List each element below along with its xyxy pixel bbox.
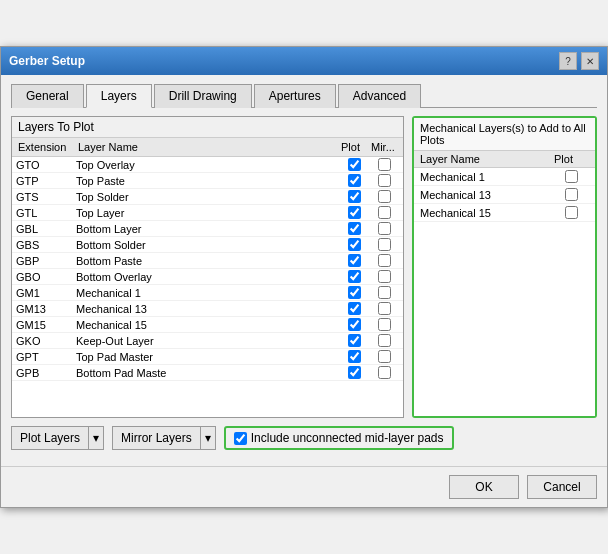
row-mirror-checkbox[interactable] xyxy=(378,286,391,299)
row-plot-checkbox[interactable] xyxy=(348,190,361,203)
row-mirror-checkbox[interactable] xyxy=(378,190,391,203)
plot-layers-button[interactable]: Plot Layers ▾ xyxy=(11,426,104,450)
row-layer-name: Top Overlay xyxy=(76,159,339,171)
left-panel-title: Layers To Plot xyxy=(12,117,403,138)
row-mirror-cell xyxy=(369,158,399,171)
left-table-body: GTO Top Overlay GTP Top Paste GTS Top So… xyxy=(12,157,403,417)
row-plot-cell xyxy=(339,206,369,219)
row-ext: GTP xyxy=(16,175,76,187)
right-row-plot-checkbox[interactable] xyxy=(565,170,578,183)
tab-apertures[interactable]: Apertures xyxy=(254,84,336,108)
right-row-plot-cell xyxy=(554,206,589,219)
row-layer-name: Mechanical 13 xyxy=(76,303,339,315)
row-plot-checkbox[interactable] xyxy=(348,222,361,235)
row-layer-name: Bottom Solder xyxy=(76,239,339,251)
row-layer-name: Top Solder xyxy=(76,191,339,203)
table-row: GTL Top Layer xyxy=(12,205,403,221)
help-button[interactable]: ? xyxy=(559,52,577,70)
row-mirror-checkbox[interactable] xyxy=(378,302,391,315)
row-ext: GBL xyxy=(16,223,76,235)
row-plot-checkbox[interactable] xyxy=(348,286,361,299)
row-plot-checkbox[interactable] xyxy=(348,350,361,363)
right-col-layer-name: Layer Name xyxy=(420,153,554,165)
table-row: GM13 Mechanical 13 xyxy=(12,301,403,317)
mirror-layers-arrow-icon[interactable]: ▾ xyxy=(200,427,215,449)
main-window: Gerber Setup ? ✕ General Layers Drill Dr… xyxy=(0,46,608,508)
row-mirror-checkbox[interactable] xyxy=(378,158,391,171)
row-ext: GPT xyxy=(16,351,76,363)
row-layer-name: Bottom Overlay xyxy=(76,271,339,283)
row-mirror-cell xyxy=(369,206,399,219)
plot-layers-arrow-icon[interactable]: ▾ xyxy=(88,427,103,449)
window-title: Gerber Setup xyxy=(9,54,85,68)
row-plot-cell xyxy=(339,334,369,347)
row-plot-checkbox[interactable] xyxy=(348,238,361,251)
row-plot-cell xyxy=(339,174,369,187)
row-layer-name: Top Layer xyxy=(76,207,339,219)
right-row-name: Mechanical 1 xyxy=(420,171,554,183)
col-plot: Plot xyxy=(339,140,369,154)
row-layer-name: Top Paste xyxy=(76,175,339,187)
right-table-header: Layer Name Plot xyxy=(414,151,595,168)
row-mirror-cell xyxy=(369,270,399,283)
tab-bar: General Layers Drill Drawing Apertures A… xyxy=(11,83,597,108)
row-mirror-checkbox[interactable] xyxy=(378,270,391,283)
row-mirror-cell xyxy=(369,222,399,235)
row-plot-checkbox[interactable] xyxy=(348,334,361,347)
row-ext: GBP xyxy=(16,255,76,267)
row-plot-cell xyxy=(339,238,369,251)
close-button[interactable]: ✕ xyxy=(581,52,599,70)
row-mirror-checkbox[interactable] xyxy=(378,206,391,219)
row-ext: GM13 xyxy=(16,303,76,315)
row-mirror-cell xyxy=(369,334,399,347)
row-mirror-checkbox[interactable] xyxy=(378,334,391,347)
bottom-area: Plot Layers ▾ Mirror Layers ▾ Include un… xyxy=(11,426,597,450)
row-plot-checkbox[interactable] xyxy=(348,366,361,379)
main-area: Layers To Plot Extension Layer Name Plot… xyxy=(11,116,597,418)
row-plot-checkbox[interactable] xyxy=(348,158,361,171)
title-bar-buttons: ? ✕ xyxy=(559,52,599,70)
right-col-plot: Plot xyxy=(554,153,589,165)
right-row-plot-checkbox[interactable] xyxy=(565,206,578,219)
tab-layers[interactable]: Layers xyxy=(86,84,152,108)
right-row-plot-checkbox[interactable] xyxy=(565,188,578,201)
table-row: GBO Bottom Overlay xyxy=(12,269,403,285)
row-plot-checkbox[interactable] xyxy=(348,270,361,283)
row-plot-cell xyxy=(339,270,369,283)
row-mirror-checkbox[interactable] xyxy=(378,350,391,363)
row-mirror-cell xyxy=(369,286,399,299)
tab-drill-drawing[interactable]: Drill Drawing xyxy=(154,84,252,108)
col-layer-name: Layer Name xyxy=(76,140,339,154)
row-mirror-checkbox[interactable] xyxy=(378,238,391,251)
right-row-plot-cell xyxy=(554,170,589,183)
row-plot-checkbox[interactable] xyxy=(348,174,361,187)
row-plot-checkbox[interactable] xyxy=(348,302,361,315)
title-bar: Gerber Setup ? ✕ xyxy=(1,47,607,75)
row-plot-cell xyxy=(339,302,369,315)
tab-general[interactable]: General xyxy=(11,84,84,108)
row-layer-name: Bottom Pad Maste xyxy=(76,367,339,379)
row-layer-name: Mechanical 15 xyxy=(76,319,339,331)
row-ext: GTO xyxy=(16,159,76,171)
row-mirror-checkbox[interactable] xyxy=(378,254,391,267)
row-plot-checkbox[interactable] xyxy=(348,318,361,331)
row-mirror-checkbox[interactable] xyxy=(378,318,391,331)
table-row: GBL Bottom Layer xyxy=(12,221,403,237)
col-extension: Extension xyxy=(16,140,76,154)
cancel-button[interactable]: Cancel xyxy=(527,475,597,499)
row-ext: GM1 xyxy=(16,287,76,299)
row-mirror-checkbox[interactable] xyxy=(378,366,391,379)
row-plot-cell xyxy=(339,366,369,379)
row-plot-checkbox[interactable] xyxy=(348,206,361,219)
tab-advanced[interactable]: Advanced xyxy=(338,84,421,108)
row-mirror-checkbox[interactable] xyxy=(378,222,391,235)
row-plot-checkbox[interactable] xyxy=(348,254,361,267)
right-row-name: Mechanical 15 xyxy=(420,207,554,219)
row-mirror-cell xyxy=(369,302,399,315)
right-table-row: Mechanical 15 xyxy=(414,204,595,222)
mirror-layers-button[interactable]: Mirror Layers ▾ xyxy=(112,426,216,450)
include-unconnected-checkbox[interactable] xyxy=(234,432,247,445)
ok-button[interactable]: OK xyxy=(449,475,519,499)
row-plot-cell xyxy=(339,254,369,267)
row-mirror-checkbox[interactable] xyxy=(378,174,391,187)
